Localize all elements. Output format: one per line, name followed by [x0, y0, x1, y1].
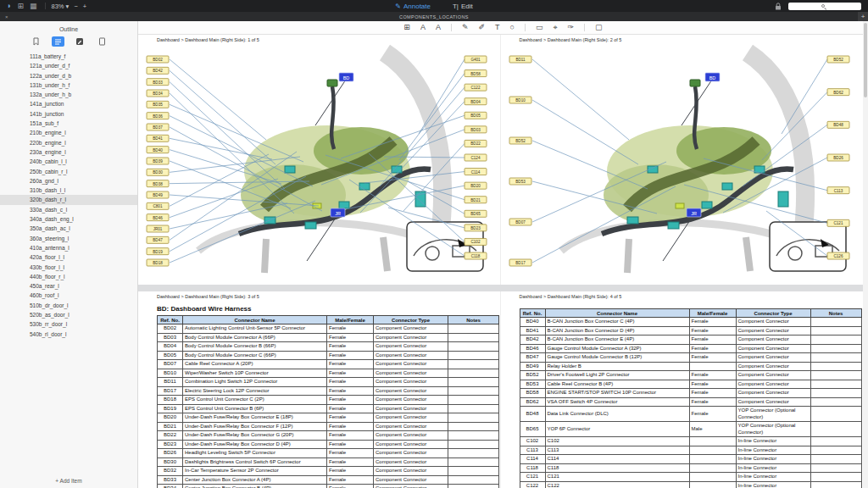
sidebar-item-530b_rr_door_l[interactable]: 530b_rr_door_l [0, 319, 137, 329]
table-cell: Component Connector [736, 380, 810, 389]
sidebar-item-460b_roof_l[interactable]: 460b_roof_l [0, 291, 137, 300]
sidebar-item-230a_engine_l[interactable]: 230a_engine_l [0, 147, 137, 157]
table-row: BD41B-CAN Junction Box Connector D (4P)F… [520, 326, 861, 336]
sidebar-item-151a_sub_f[interactable]: 151a_sub_f [0, 119, 137, 128]
sidebar-item-310b_dash_l_l[interactable]: 310b_dash_l_l [0, 186, 137, 195]
single-page-view-icon[interactable]: ⊞ [17, 2, 24, 10]
edit-mode-button[interactable]: T| Edit [453, 3, 473, 10]
font-format-icon[interactable]: A [415, 21, 431, 34]
sidebar-item-210b_engine_l[interactable]: 210b_engine_l [0, 128, 137, 137]
sidebar-item-111a_battery_f[interactable]: 111a_battery_f [0, 52, 137, 61]
table-cell [810, 336, 861, 345]
svg-text:BD53: BD53 [516, 180, 526, 184]
column-header: Notes [448, 316, 499, 324]
outline-icon[interactable] [52, 36, 64, 47]
pen-tool-icon[interactable]: ✐ [473, 21, 490, 34]
svg-text:BD07: BD07 [516, 220, 526, 225]
shape-tool-icon[interactable]: ○ [505, 21, 520, 34]
sidebar-item-420a_floor_l_l[interactable]: 420a_floor_l_l [0, 252, 137, 262]
sidebar-item-440b_floor_r_l[interactable]: 440b_floor_r_l [0, 272, 137, 281]
search-input[interactable] [788, 3, 861, 10]
table-cell: B-CAN Junction Box Connector C (4P) [545, 318, 689, 327]
table-cell: Component Connector [736, 362, 810, 371]
sidebar-item-121a_under_d_f[interactable]: 121a_under_d_f [0, 61, 137, 70]
sidebar-item-220b_engine_l[interactable]: 220b_engine_l [0, 138, 137, 147]
annotations-icon[interactable] [74, 36, 86, 47]
table-row: BD04Body Control Module Connector B (66P… [158, 342, 499, 352]
sidebar-item-540b_rl_door_l[interactable]: 540b_rl_door_l [0, 330, 137, 339]
table-cell [689, 463, 736, 473]
document-tab[interactable]: COMPONENTS_LOCATIONS [399, 14, 469, 19]
column-header: Connector Type [374, 316, 448, 324]
tab-bar: × COMPONENTS_LOCATIONS + [0, 12, 868, 21]
pages-icon[interactable] [96, 36, 108, 47]
sidebar-item-132a_under_h_b[interactable]: 132a_under_h_b [0, 90, 137, 99]
text-tool-icon[interactable]: T [490, 21, 505, 34]
sidebar-item-340a_dash_eng_l[interactable]: 340a_dash_eng_l [0, 214, 137, 224]
bookmarks-icon[interactable] [30, 36, 42, 47]
table-cell [689, 455, 736, 464]
tab-close-icon[interactable]: × [5, 14, 8, 19]
table-cell: Female [327, 342, 374, 352]
multi-page-view-icon[interactable]: ▦ [30, 2, 37, 10]
sidebar-item-430b_floor_l_l[interactable]: 430b_floor_l_l [0, 263, 137, 272]
text-style-icon[interactable]: A [431, 21, 446, 34]
sidebar-toggle-icon[interactable]: ◗ [7, 2, 11, 10]
svg-text:BD22: BD22 [471, 141, 481, 146]
svg-text:BD52: BD52 [516, 139, 526, 143]
sidebar-item-141a_junction[interactable]: 141a_junction [0, 99, 137, 108]
vertical-scrollbar[interactable] [863, 21, 868, 488]
sidebar-item-320b_dash_r_l[interactable]: 320b_dash_r_l [0, 195, 137, 204]
table-cell: Female [327, 485, 374, 488]
svg-text:G401: G401 [471, 58, 481, 62]
sidebar-item-350a_dash_ac_l[interactable]: 350a_dash_ac_l [0, 224, 137, 233]
sidebar-item-450a_rear_l[interactable]: 450a_rear_l [0, 281, 137, 291]
annotate-mode-button[interactable]: ✎ Annotate [395, 3, 431, 10]
comment-tool-icon[interactable]: ▭ [531, 21, 548, 34]
sidebar-item-250b_cabin_r_l[interactable]: 250b_cabin_r_l [0, 167, 137, 176]
sidebar-item-260a_gnd_l[interactable]: 260a_gnd_l [0, 176, 137, 186]
table-cell: Component Connector [374, 369, 448, 378]
table-cell: C102 [520, 437, 545, 446]
sidebar-item-410a_antenna_l[interactable]: 410a_antenna_l [0, 243, 137, 252]
table-cell: EPS Control Unit Connector B (6P) [183, 404, 327, 413]
add-item-button[interactable]: + Add Item [0, 478, 137, 484]
column-header: Male/Female [327, 316, 374, 324]
sidebar-item-141b_junction[interactable]: 141b_junction [0, 109, 137, 119]
pencil-tool-icon[interactable]: ✎ [457, 21, 474, 34]
svg-text:BD26: BD26 [834, 156, 844, 160]
table-cell: C102 [545, 437, 689, 446]
table-cell [810, 371, 861, 380]
image-tool-icon[interactable]: ⊞ [398, 21, 415, 34]
zoom-level-dropdown[interactable]: 83% ▾ [52, 3, 70, 10]
document-canvas[interactable]: Dashboard > Dashboard Main (Right Side):… [138, 35, 863, 488]
zoom-out-button[interactable]: − [74, 3, 77, 10]
select-area-icon[interactable]: ▢ [590, 21, 608, 34]
table-row: BD40B-CAN Junction Box Connector C (4P)F… [520, 318, 861, 327]
sidebar-item-510b_dr_door_l[interactable]: 510b_dr_door_l [0, 301, 137, 310]
sidebar-item-240b_cabin_l_l[interactable]: 240b_cabin_l_l [0, 157, 137, 166]
sidebar-item-330a_dash_c_l[interactable]: 330a_dash_c_l [0, 205, 137, 214]
lock-icon[interactable] [775, 3, 782, 10]
sidebar-item-360a_steering_l[interactable]: 360a_steering_l [0, 234, 137, 243]
table-cell [810, 463, 861, 473]
table-row: C114C114In-line Connector [520, 455, 861, 464]
sidebar-item-122a_under_d_b[interactable]: 122a_under_d_b [0, 71, 137, 80]
sidebar-item-520b_as_door_l[interactable]: 520b_as_door_l [0, 310, 137, 319]
table-cell: Under-Dash Fuse/Relay Box Connector G (2… [183, 431, 327, 441]
table-row: BD07Cable Reel Connector A (20P)FemaleCo… [158, 360, 499, 369]
sidebar-item-131b_under_h_f[interactable]: 131b_under_h_f [0, 80, 137, 90]
wiring-diagram-2: BD11BD10BD52BD53BD07BD17BD52BD62BD48BD26… [502, 42, 861, 278]
table-cell: Under-Dash Fuse/Relay Box Connector F (1… [183, 422, 327, 431]
table-cell: Female [689, 336, 736, 345]
zoom-in-button[interactable]: + [83, 3, 86, 10]
svg-text:C801: C801 [153, 204, 163, 208]
svg-text:BD41: BD41 [153, 136, 164, 141]
new-tab-button[interactable]: + [858, 12, 868, 21]
scrollbar-thumb[interactable] [864, 23, 867, 97]
stamp-tool-icon[interactable]: ⌖ [548, 21, 562, 34]
table-cell [448, 396, 499, 405]
table-cell: Wiper/Washer Switch 10P Connector [183, 369, 327, 378]
table-cell: BD02 [158, 324, 183, 334]
highlighter-tool-icon[interactable]: ✑ [563, 21, 580, 34]
